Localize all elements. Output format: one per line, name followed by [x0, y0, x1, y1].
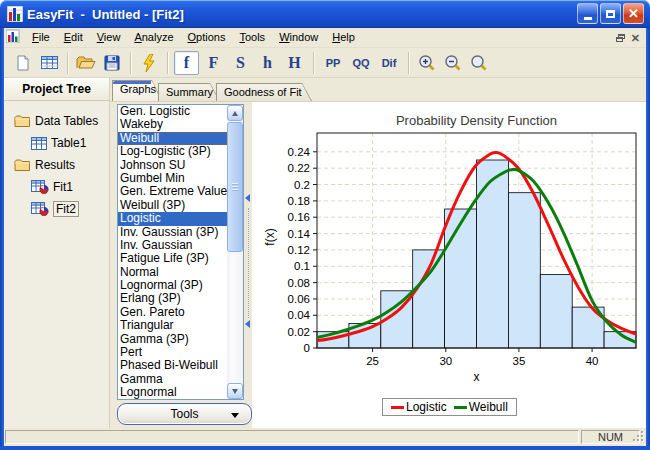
- close-icon: ✕: [628, 7, 639, 20]
- legend-dash-icon: [391, 406, 404, 409]
- distribution-item-lognormal-3p-[interactable]: Lognormal (3P): [118, 279, 227, 292]
- scrollbar-thumb[interactable]: [227, 122, 243, 252]
- toolbar-separator: [167, 52, 168, 74]
- distribution-item-johnson-su[interactable]: Johnson SU: [118, 159, 227, 172]
- resize-grip[interactable]: [633, 431, 645, 443]
- menu-options[interactable]: Options: [181, 29, 233, 46]
- minimize-button[interactable]: [577, 3, 598, 24]
- new-document-button[interactable]: [11, 51, 35, 75]
- menu-view[interactable]: View: [90, 29, 128, 46]
- tree-node-label: Table1: [51, 136, 86, 150]
- distribution-item-log-logistic-3p-[interactable]: Log-Logistic (3P): [118, 145, 227, 158]
- chart-legend: LogisticWeibull: [382, 398, 517, 416]
- menu-tools[interactable]: Tools: [232, 29, 272, 46]
- svg-text:0.2: 0.2: [294, 179, 310, 191]
- graph-button-H[interactable]: H: [282, 51, 307, 75]
- graph-button-S[interactable]: S: [228, 51, 253, 75]
- tab-label: Summary: [158, 83, 220, 98]
- tools-button[interactable]: Tools: [117, 403, 252, 425]
- scroll-down-button[interactable]: [227, 383, 243, 399]
- menu-edit[interactable]: Edit: [57, 29, 90, 46]
- collapse-left-icon[interactable]: [245, 194, 250, 202]
- menu-help[interactable]: Help: [325, 29, 362, 46]
- distribution-item-gen-extreme-value[interactable]: Gen. Extreme Value: [118, 185, 227, 198]
- svg-text:25: 25: [366, 355, 379, 367]
- distribution-item-gumbel-min[interactable]: Gumbel Min: [118, 172, 227, 185]
- list-scrollbar[interactable]: [227, 105, 243, 399]
- distribution-item-gamma-3p-[interactable]: Gamma (3P): [118, 333, 227, 346]
- status-bar: NUM: [4, 428, 646, 446]
- plot-button-dif[interactable]: Dif: [376, 51, 402, 75]
- svg-text:30: 30: [439, 355, 452, 367]
- distribution-item-gen-pareto[interactable]: Gen. Pareto: [118, 306, 227, 319]
- mdi-close-button[interactable]: ✕: [631, 33, 640, 44]
- menu-items: FileEditViewAnalyzeOptionsToolsWindowHel…: [25, 29, 362, 46]
- zoom-in-icon: [418, 54, 436, 72]
- menu-bar: FileEditViewAnalyzeOptionsToolsWindowHel…: [4, 28, 646, 48]
- tab-bar: GraphsSummaryGoodness of Fit: [110, 78, 646, 102]
- zoom-in-button[interactable]: [415, 51, 439, 75]
- menu-analyze[interactable]: Analyze: [127, 29, 180, 46]
- distribution-item-pert[interactable]: Pert: [118, 346, 227, 359]
- svg-text:0.18: 0.18: [288, 195, 310, 207]
- tree-node-results[interactable]: Results: [4, 154, 120, 176]
- plot-type-buttons: PPQQDif: [319, 51, 403, 75]
- collapse-left-icon[interactable]: [245, 320, 250, 328]
- distribution-item-weibull-3p-[interactable]: Weibull (3P): [118, 199, 227, 212]
- tab-graphs[interactable]: Graphs: [112, 80, 162, 101]
- open-button[interactable]: [74, 51, 98, 75]
- distribution-item-normal[interactable]: Normal: [118, 266, 227, 279]
- document-icon: [6, 29, 20, 47]
- tab-label: Graphs: [112, 80, 162, 95]
- menu-window[interactable]: Window: [272, 29, 325, 46]
- close-button[interactable]: ✕: [623, 3, 644, 24]
- toolbar: fFShH PPQQDif: [4, 48, 646, 78]
- save-icon: [104, 55, 120, 71]
- svg-text:0.06: 0.06: [288, 293, 310, 305]
- scroll-up-button[interactable]: [227, 105, 243, 121]
- zoom-reset-button[interactable]: [467, 51, 491, 75]
- tab-summary[interactable]: Summary: [158, 83, 220, 101]
- new-document-icon: [15, 55, 31, 71]
- distribution-item-phased-bi-weibull[interactable]: Phased Bi-Weibull: [118, 359, 227, 372]
- graph-button-F[interactable]: F: [201, 51, 226, 75]
- panel-splitter[interactable]: [245, 104, 252, 400]
- folder-icon: [14, 158, 31, 172]
- window-border-bottom: [0, 446, 650, 450]
- tree-node-data-tables[interactable]: Data Tables: [4, 110, 120, 132]
- data-table-button[interactable]: [37, 51, 61, 75]
- graph-button-h[interactable]: h: [255, 51, 280, 75]
- window-border-right: [646, 28, 650, 446]
- distribution-item-inv-gaussian-3p-[interactable]: Inv. Gaussian (3P): [118, 226, 227, 239]
- svg-text:0.04: 0.04: [288, 309, 311, 321]
- plot-button-qq[interactable]: QQ: [348, 51, 374, 75]
- splitter-handle[interactable]: [248, 208, 249, 318]
- minimize-icon: [584, 17, 592, 20]
- plot-button-pp[interactable]: PP: [320, 51, 346, 75]
- distribution-item-inv-gaussian[interactable]: Inv. Gaussian: [118, 239, 227, 252]
- distribution-item-lognormal[interactable]: Lognormal: [118, 386, 227, 399]
- table-icon: [31, 137, 47, 150]
- distribution-item-erlang-3p-[interactable]: Erlang (3P): [118, 292, 227, 305]
- fit-distributions-button[interactable]: [137, 51, 161, 75]
- tree-node-label: Data Tables: [35, 114, 98, 128]
- svg-text:0.16: 0.16: [288, 211, 310, 223]
- mdi-restore-button[interactable]: [616, 34, 625, 42]
- distribution-item-gen-logistic[interactable]: Gen. Logistic: [118, 105, 227, 118]
- save-button[interactable]: [100, 51, 124, 75]
- graph-button-f[interactable]: f: [174, 51, 199, 75]
- status-message-panel: [5, 430, 579, 444]
- distribution-item-logistic[interactable]: Logistic: [118, 212, 227, 225]
- svg-text:35: 35: [513, 355, 526, 367]
- distribution-item-triangular[interactable]: Triangular: [118, 319, 227, 332]
- maximize-button[interactable]: [600, 3, 621, 24]
- legend-label: Weibull: [469, 400, 508, 414]
- menu-file[interactable]: File: [25, 29, 57, 46]
- distribution-item-wakeby[interactable]: Wakeby: [118, 118, 227, 131]
- distribution-item-fatigue-life-3p-[interactable]: Fatigue Life (3P): [118, 252, 227, 265]
- zoom-out-button[interactable]: [441, 51, 465, 75]
- distribution-item-gamma[interactable]: Gamma: [118, 373, 227, 386]
- tab-goodness-of-fit[interactable]: Goodness of Fit: [216, 83, 312, 101]
- distribution-item-weibull[interactable]: Weibull: [118, 132, 227, 145]
- svg-text:0.08: 0.08: [288, 277, 310, 289]
